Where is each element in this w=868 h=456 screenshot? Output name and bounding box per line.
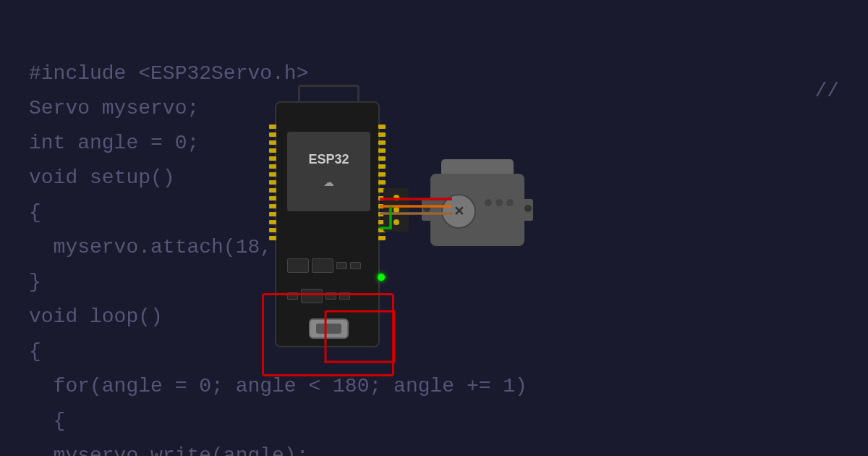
connector-block [383,188,409,232]
component-chip [287,258,309,273]
connector-pin [393,195,399,200]
code-line-5: { [29,201,41,224]
connector-pin [393,219,399,225]
pin [378,236,386,240]
servo-dots [485,199,514,206]
code-line-12: myservo.write(angle); [29,444,308,456]
pin [378,124,386,129]
code-line-3: int angle = 0; [29,132,199,154]
pin [269,188,276,193]
code-line-8: void loop() [29,305,163,328]
pin [269,228,276,232]
pin [269,180,276,185]
pin [269,236,276,240]
code-line-2: Servo myservo; [29,97,199,119]
code-line-1: #include <ESP32Servo.h> [29,62,308,85]
component-chip [312,258,333,273]
code-line-9: { [29,340,41,363]
servo-motor: ✕ [430,159,542,261]
pin [269,204,276,208]
pin [378,180,386,185]
esp32-chip: ESP32 ☁ [287,132,370,211]
pin [378,156,386,161]
servo-ear-right [523,199,533,221]
led-dot [378,274,385,281]
component-small [336,262,347,269]
pin [378,132,386,137]
esp32-label: ESP32 [308,152,349,167]
servo-x-icon: ✕ [454,203,464,219]
pin [269,172,276,177]
servo-ear-left [422,199,432,221]
pin [269,148,276,153]
servo-body: ✕ [430,174,524,246]
component-small [350,262,361,269]
code-comment: // [814,80,839,102]
servo-dot [495,199,503,206]
pin [378,140,386,145]
servo-dot [506,199,514,206]
code-line-4: void setup() [29,166,175,189]
pin [269,220,276,224]
pins-left [269,124,276,240]
servo-ear-hole-right [524,205,532,212]
code-line-7: } [29,271,41,293]
pin [269,156,276,161]
pin [269,212,276,216]
red-outline [262,293,394,376]
servo-dot [485,199,492,206]
servo-arm-circle: ✕ [441,194,476,229]
pin [269,132,276,137]
pin [269,196,276,200]
pin [378,172,386,177]
antenna [298,85,359,103]
pin [269,164,276,169]
connector-pin [393,207,399,213]
wifi-symbol: ☁ [323,170,333,191]
pin [378,148,386,153]
diagram-container: ESP32 ☁ [239,87,615,391]
pin [378,164,386,169]
pin [269,140,276,145]
pin [269,124,276,129]
servo-ear-hole [423,205,430,212]
code-line-11: { [29,410,65,432]
